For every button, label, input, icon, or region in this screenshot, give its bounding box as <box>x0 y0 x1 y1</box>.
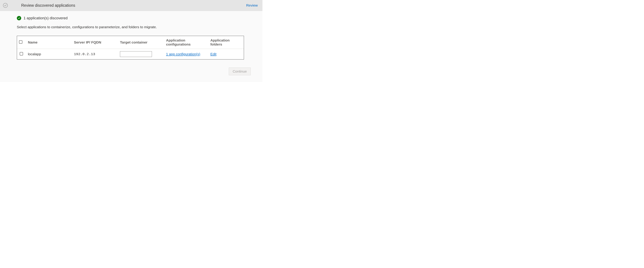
discovery-status: 1 application(s) discovered <box>10 16 252 20</box>
row-checkbox[interactable] <box>20 52 23 55</box>
step-header: Review discovered applications Review <box>0 0 262 11</box>
continue-button[interactable]: Continue <box>229 67 251 75</box>
select-all-checkbox[interactable] <box>19 40 22 44</box>
edit-folders-link[interactable]: Edit <box>210 52 216 56</box>
discovery-status-text: 1 application(s) discovered <box>24 16 68 20</box>
step-complete-icon <box>3 3 8 8</box>
instruction-text: Select applications to containerize, con… <box>10 25 252 29</box>
page-container: Review discovered applications Review 1 … <box>0 0 262 82</box>
review-link[interactable]: Review <box>246 3 258 7</box>
column-header-name: Name <box>26 36 72 49</box>
column-header-target: Target container <box>118 36 164 49</box>
app-configurations-link[interactable]: 1 app configuration(s) <box>166 52 200 56</box>
success-check-icon <box>17 16 21 20</box>
applications-table: Name Server IP/ FQDN Target container Ap… <box>17 36 244 59</box>
column-header-server: Server IP/ FQDN <box>72 36 118 49</box>
target-container-input[interactable] <box>120 51 152 57</box>
column-header-configurations: Application configurations <box>164 36 208 49</box>
server-ip-cell: 192.0.2.13 <box>72 49 118 59</box>
footer-actions: Continue <box>10 67 252 75</box>
main-content: 1 application(s) discovered Select appli… <box>0 11 262 82</box>
blank-region <box>262 0 644 82</box>
step-title: Review discovered applications <box>21 3 246 8</box>
app-name-cell: localapp <box>26 49 72 59</box>
table-row: localapp 192.0.2.13 1 app configuration(… <box>17 49 244 59</box>
column-header-folders: Application folders <box>208 36 244 49</box>
